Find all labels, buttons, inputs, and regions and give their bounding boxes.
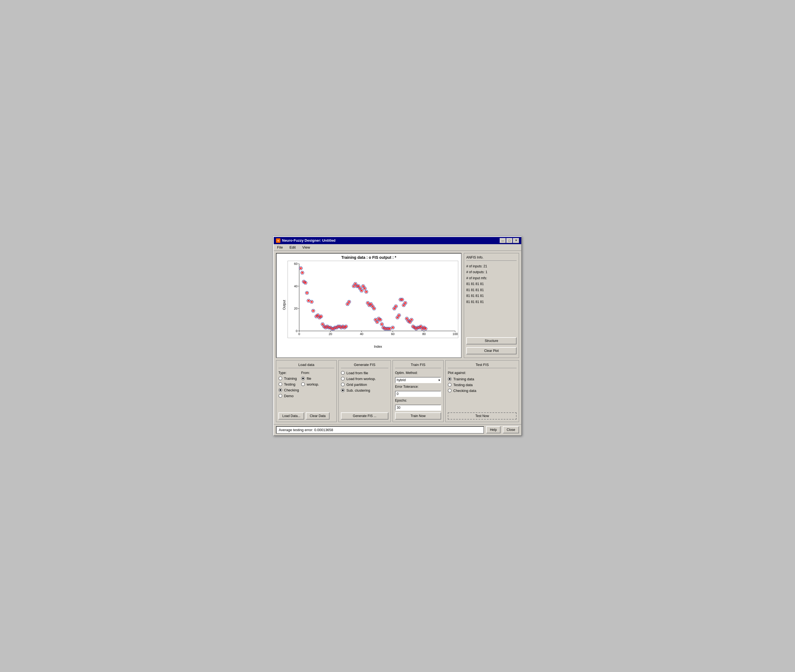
type-testing[interactable]: Testing: [278, 382, 299, 386]
gen-sub-cluster[interactable]: Sub. clustering: [341, 388, 389, 392]
anfis-mfs-row-0: 81 81 81 81: [466, 281, 517, 287]
gen-load-file-label: Load from file: [346, 371, 368, 375]
window-title: Neuro-Fuzzy Designer: Untitled: [282, 238, 336, 243]
status-text: Average testing error: 0.00013658: [276, 426, 484, 434]
title-bar-left: N Neuro-Fuzzy Designer: Untitled: [276, 238, 336, 243]
status-bar: Average testing error: 0.00013658 Help C…: [274, 424, 521, 435]
test-training-data[interactable]: Training data: [448, 377, 517, 381]
from-worksp[interactable]: worksp.: [301, 382, 319, 386]
from-col: From: file worksp.: [301, 371, 319, 398]
epochs-label: Epochs:: [395, 398, 441, 402]
generate-fis-title: Generate FIS: [341, 363, 389, 368]
help-button[interactable]: Help: [486, 426, 501, 434]
train-now-button[interactable]: Train Now: [395, 412, 441, 419]
optim-method-wrapper: hybrid backprop ▼: [395, 377, 441, 383]
anfis-inputs: # of inputs: 21: [466, 264, 517, 270]
generate-fis-button[interactable]: Generate FIS ...: [341, 412, 389, 419]
test-now-button[interactable]: Test Now: [448, 412, 517, 419]
top-section: Training data : o FIS output : * Output …: [276, 253, 519, 358]
title-bar: N Neuro-Fuzzy Designer: Untitled — □ ✕: [274, 237, 521, 244]
from-worksp-radio[interactable]: [301, 382, 305, 386]
from-file[interactable]: file: [301, 376, 319, 381]
gen-sub-cluster-label: Sub. clustering: [346, 388, 370, 392]
test-fis-title: Test FIS: [448, 363, 517, 368]
train-fis-panel: Train FIS Optim. Method: hybrid backprop…: [392, 360, 444, 422]
gen-load-file[interactable]: Load from file: [341, 371, 389, 375]
test-testing-data-label: Testing data: [453, 383, 473, 387]
gen-grid[interactable]: Grid partition: [341, 382, 389, 387]
type-radio-group: Training Testing Checking: [278, 376, 299, 398]
type-training[interactable]: Training: [278, 376, 299, 381]
menu-bar: File Edit View: [274, 244, 521, 251]
load-data-row: Type: Training Testing: [278, 371, 334, 398]
menu-file[interactable]: File: [276, 245, 284, 250]
close-button[interactable]: ✕: [513, 238, 519, 243]
anfis-mfs-label: # of input mfs:: [466, 275, 517, 282]
load-data-btn-row: Load Data... Clear Data: [278, 412, 334, 419]
minimize-button[interactable]: —: [500, 238, 506, 243]
gen-sub-cluster-radio[interactable]: [341, 388, 345, 392]
y-axis-label: Output: [282, 300, 286, 310]
type-label: Type:: [278, 371, 299, 375]
gen-load-worksp-radio[interactable]: [341, 377, 345, 381]
test-testing-data-radio[interactable]: [448, 383, 452, 387]
from-radio-group: file worksp.: [301, 376, 319, 386]
test-btn-row: Test Now: [448, 412, 517, 419]
type-training-radio[interactable]: [278, 376, 282, 380]
clear-plot-button[interactable]: Clear Plot: [466, 347, 517, 354]
gen-grid-label: Grid partition: [346, 382, 367, 387]
x-axis-label: Index: [374, 345, 382, 349]
type-checking-radio[interactable]: [278, 388, 282, 392]
train-btn-row: Train Now: [395, 412, 441, 419]
plot-against-label: Plot against:: [448, 371, 517, 375]
type-demo[interactable]: Demo: [278, 394, 299, 398]
optim-method-label: Optim. Method:: [395, 371, 441, 375]
anfis-mfs-row-3: 81 81 81 81: [466, 299, 517, 305]
load-data-title: Load data: [278, 363, 334, 368]
gen-load-worksp-label: Load from worksp.: [346, 377, 376, 381]
maximize-button[interactable]: □: [506, 238, 512, 243]
test-checking-data-label: Checking data: [453, 389, 476, 393]
from-worksp-label: worksp.: [307, 382, 319, 386]
test-training-data-radio[interactable]: [448, 377, 452, 381]
train-fis-title: Train FIS: [395, 363, 441, 368]
anfis-info: # of inputs: 21 # of outputs: 1 # of inp…: [466, 264, 517, 336]
main-window: N Neuro-Fuzzy Designer: Untitled — □ ✕ F…: [273, 237, 522, 436]
type-demo-radio[interactable]: [278, 394, 282, 398]
load-data-panel: Load data Type: Training Testing: [276, 360, 337, 422]
clear-data-button[interactable]: Clear Data: [306, 412, 329, 419]
app-icon: N: [276, 238, 280, 243]
menu-edit[interactable]: Edit: [288, 245, 297, 250]
plot-title: Training data : o FIS output : *: [277, 254, 461, 261]
test-checking-data-radio[interactable]: [448, 389, 452, 392]
type-testing-label: Testing: [284, 382, 295, 386]
bottom-section: Load data Type: Training Testing: [276, 360, 519, 422]
gen-grid-radio[interactable]: [341, 382, 345, 386]
type-demo-label: Demo: [284, 394, 294, 398]
optim-method-select[interactable]: hybrid backprop: [395, 377, 441, 383]
menu-view[interactable]: View: [301, 245, 311, 250]
plot-area: Training data : o FIS output : * Output …: [276, 253, 462, 358]
type-testing-radio[interactable]: [278, 382, 282, 386]
from-file-radio[interactable]: [301, 376, 305, 380]
epochs-input[interactable]: 30: [395, 405, 441, 411]
type-training-label: Training: [284, 376, 297, 381]
anfis-panel: ANFIS Info. # of inputs: 21 # of outputs…: [464, 253, 519, 358]
error-tolerance-input[interactable]: 0: [395, 391, 441, 397]
from-label: From:: [301, 371, 319, 375]
test-radio-group: Training data Testing data Checking data: [448, 377, 517, 393]
gen-load-file-radio[interactable]: [341, 371, 345, 375]
from-file-label: file: [307, 376, 311, 381]
type-checking[interactable]: Checking: [278, 388, 299, 392]
main-content: Training data : o FIS output : * Output …: [274, 251, 521, 424]
close-main-button[interactable]: Close: [503, 426, 519, 434]
error-tolerance-label: Error Tolerance:: [395, 385, 441, 389]
generate-fis-radio-group: Load from file Load from worksp. Grid pa…: [341, 371, 389, 392]
load-data-button[interactable]: Load Data...: [278, 412, 304, 419]
type-col: Type: Training Testing: [278, 371, 299, 398]
test-checking-data[interactable]: Checking data: [448, 389, 517, 393]
structure-button[interactable]: Structure: [466, 337, 517, 344]
generate-fis-btn-row: Generate FIS ...: [341, 412, 389, 419]
test-testing-data[interactable]: Testing data: [448, 383, 517, 387]
gen-load-worksp[interactable]: Load from worksp.: [341, 377, 389, 381]
